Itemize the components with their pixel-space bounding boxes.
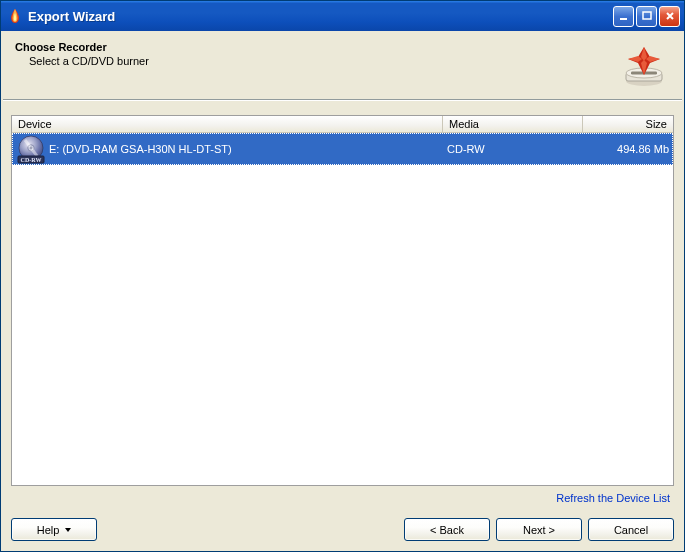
- dropdown-triangle-icon: [65, 528, 71, 532]
- refresh-device-list-link[interactable]: Refresh the Device List: [556, 492, 670, 504]
- export-wizard-window: Export Wizard Choose Recorder Select a C…: [0, 0, 685, 552]
- table-row[interactable]: CD-RW E: (DVD-RAM GSA-H30N HL-DT-ST) CD-…: [12, 133, 673, 165]
- close-button[interactable]: [659, 6, 680, 27]
- minimize-button[interactable]: [613, 6, 634, 27]
- device-list[interactable]: Device Media Size: [11, 115, 674, 486]
- list-header: Device Media Size: [12, 116, 673, 133]
- help-button-label: Help: [37, 524, 60, 536]
- app-icon: [7, 8, 23, 24]
- window-title: Export Wizard: [28, 9, 613, 24]
- back-button[interactable]: < Back: [404, 518, 490, 541]
- device-name: E: (DVD-RAM GSA-H30N HL-DT-ST): [49, 143, 232, 155]
- next-button[interactable]: Next >: [496, 518, 582, 541]
- column-header-media[interactable]: Media: [443, 116, 583, 132]
- content-area: Device Media Size: [1, 101, 684, 510]
- cancel-button[interactable]: Cancel: [588, 518, 674, 541]
- wizard-header: Choose Recorder Select a CD/DVD burner: [1, 31, 684, 95]
- svg-text:CD-RW: CD-RW: [21, 157, 42, 163]
- svg-rect-0: [620, 18, 627, 20]
- footer-buttons: Help < Back Next > Cancel: [1, 510, 684, 551]
- cd-rw-disc-icon: CD-RW: [16, 134, 46, 164]
- page-subtitle: Select a CD/DVD burner: [15, 55, 620, 67]
- burner-icon: [620, 41, 668, 89]
- window-controls: [613, 6, 680, 27]
- page-title: Choose Recorder: [15, 41, 620, 53]
- cell-size: 494.86 Mb: [583, 143, 673, 155]
- column-header-device[interactable]: Device: [12, 116, 443, 132]
- svg-rect-1: [643, 12, 651, 19]
- cell-media: CD-RW: [443, 143, 583, 155]
- column-header-size[interactable]: Size: [583, 116, 673, 132]
- help-button[interactable]: Help: [11, 518, 97, 541]
- list-body: CD-RW E: (DVD-RAM GSA-H30N HL-DT-ST) CD-…: [12, 133, 673, 485]
- maximize-button[interactable]: [636, 6, 657, 27]
- cell-device: CD-RW E: (DVD-RAM GSA-H30N HL-DT-ST): [12, 134, 443, 164]
- titlebar: Export Wizard: [1, 1, 684, 31]
